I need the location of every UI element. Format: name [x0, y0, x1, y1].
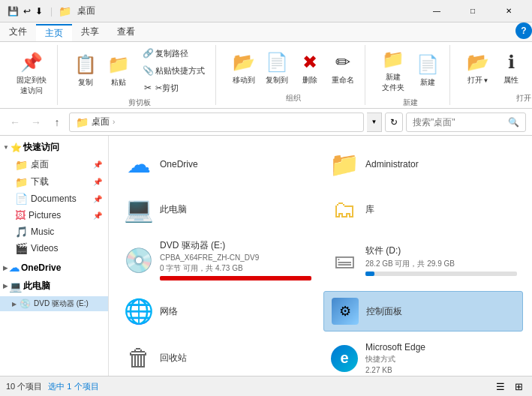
address-dropdown[interactable]: ▼ [367, 112, 382, 132]
documents-label: Documents [31, 194, 77, 204]
recycle-file-name: 回收站 [160, 352, 311, 364]
refresh-button[interactable]: ↻ [385, 112, 403, 132]
quickaccess-star-icon: ⭐ [11, 142, 22, 153]
organize-label: 组织 [286, 92, 301, 105]
tab-share[interactable]: 共享 [72, 22, 108, 41]
close-button[interactable]: ✕ [491, 0, 526, 22]
moveto-button[interactable]: 📂 移动到 [228, 48, 260, 88]
file-item-onedrive[interactable]: ☁ OneDrive [118, 145, 317, 184]
back-button[interactable]: ← [6, 113, 24, 131]
minimize-button[interactable]: — [419, 0, 454, 22]
grid-view-button[interactable]: ⊞ [511, 380, 526, 394]
sidebar-item-music[interactable]: 🎵 Music [0, 224, 108, 240]
search-box: 🔍 [406, 112, 526, 132]
thispc-label: 此电脑 [23, 280, 50, 292]
sidebar-item-pictures[interactable]: 🖼 Pictures 📌 [0, 207, 108, 224]
forward-button[interactable]: → [27, 113, 45, 131]
open-button[interactable]: 📂 打开 ▼ [462, 48, 494, 88]
ribbon-open-items: 📂 打开 ▼ ℹ 属性 ✏ 编辑 🕐 历史记录 [462, 45, 532, 92]
file-item-dvd[interactable]: 💿 DVD 驱动器 (E:) CPBA_X64FRE_ZH-CN_DV9 0 字… [118, 235, 317, 285]
music-icon: 🎵 [15, 226, 28, 238]
quickaccess-chevron: ▼ [3, 144, 9, 151]
up-button[interactable]: ↑ [48, 113, 66, 131]
ribbon-group-open: 📂 打开 ▼ ℹ 属性 ✏ 编辑 🕐 历史记录 [456, 45, 532, 105]
copyto-button[interactable]: 📄 复制到 [261, 48, 293, 88]
sidebar-section-thispc[interactable]: ▶ 💻 此电脑 [0, 278, 108, 295]
sidebar-item-videos[interactable]: 🎬 Videos [0, 240, 108, 256]
maximize-button[interactable]: □ [455, 0, 490, 22]
address-bar: ← → ↑ 📁 桌面 › ▼ ↻ 🔍 [0, 109, 532, 136]
file-item-edge[interactable]: e Microsoft Edge 快捷方式 2.27 KB [323, 338, 523, 376]
help-button[interactable]: ? [515, 22, 532, 39]
open-icon: 📂 [467, 51, 489, 74]
dvd-label: DVD 驱动器 (E:) [34, 298, 89, 309]
dvd-file-info: DVD 驱动器 (E:) CPBA_X64FRE_ZH-CN_DV9 0 字节 … [160, 239, 311, 280]
tab-home[interactable]: 主页 [36, 24, 72, 41]
file-item-administrator[interactable]: 📁 Administrator [323, 145, 523, 184]
file-item-library[interactable]: 🗂 库 [323, 190, 523, 229]
documents-pin-icon: 📌 [93, 195, 102, 203]
edge-file-info: Microsoft Edge 快捷方式 2.27 KB [365, 342, 517, 374]
address-path[interactable]: 📁 桌面 › [69, 112, 364, 132]
control-panel-file-info: 控制面板 [366, 305, 516, 318]
search-icon[interactable]: 🔍 [508, 117, 519, 128]
edge-file-size: 2.27 KB [365, 366, 517, 374]
title-text: 桌面 [77, 4, 95, 17]
search-input[interactable] [413, 117, 505, 128]
administrator-file-info: Administrator [365, 159, 517, 170]
list-view-button[interactable]: ☰ [493, 380, 508, 394]
properties-label: 属性 [503, 75, 518, 86]
thispc-file-info: 此电脑 [160, 203, 311, 216]
pictures-label: Pictures [29, 210, 61, 220]
edge-file-type: 快捷方式 [365, 354, 517, 364]
title-controls: — □ ✕ [419, 0, 526, 22]
sidebar-section-quickaccess[interactable]: ▼ ⭐ 快速访问 [0, 139, 108, 156]
file-item-software-d[interactable]: 🖴 软件 (D:) 28.2 GB 可用，共 29.9 GB [323, 235, 523, 285]
file-item-recycle[interactable]: 🗑 回收站 [118, 338, 317, 376]
dvd-progress-bar [160, 276, 311, 280]
title-toolbar-icon2[interactable]: ↩ [22, 4, 32, 18]
recycle-file-icon: 🗑 [124, 344, 154, 374]
ribbon-content: 📌 固定到快速访问 📋 复制 📁 粘贴 [0, 42, 532, 108]
desktop-folder-icon: 📁 [15, 159, 28, 171]
cut-icon: ✂ [142, 82, 154, 94]
file-item-control-panel[interactable]: ⚙ 控制面板 [323, 291, 523, 332]
dvd-file-icon: 💿 [124, 245, 154, 275]
sidebar-section-onedrive[interactable]: ▶ ☁ OneDrive [0, 260, 108, 276]
sidebar-item-dvd[interactable]: ▶ 💿 DVD 驱动器 (E:) [0, 296, 108, 311]
file-item-network[interactable]: 🌐 网络 [118, 291, 317, 332]
sidebar-item-desktop[interactable]: 📁 桌面 📌 [0, 156, 108, 173]
open-label: 打开 ▼ [467, 75, 489, 86]
paste-button[interactable]: 📁 粘贴 [103, 50, 134, 91]
software-d-file-info: 软件 (D:) 28.2 GB 可用，共 29.9 GB [365, 244, 517, 276]
address-path-text: 桌面 [92, 116, 110, 128]
status-bar-right: ☰ ⊞ [493, 380, 526, 394]
dvd-drive-icon: 💿 [20, 298, 31, 309]
copypath-button[interactable]: 🔗 复制路径 [137, 45, 209, 62]
new-item-label: 新建 [420, 77, 435, 88]
new-label: 新建 [403, 96, 418, 110]
paste-shortcut-icon: 📎 [142, 64, 154, 76]
administrator-file-name: Administrator [365, 159, 517, 170]
copy-button[interactable]: 📋 复制 [70, 50, 101, 91]
rename-button[interactable]: ✏ 重命名 [327, 48, 359, 88]
new-item-button[interactable]: 📄 新建 [412, 50, 443, 91]
sidebar-item-downloads[interactable]: 📁 下载 📌 [0, 173, 108, 190]
title-toolbar-icon1[interactable]: 💾 [6, 4, 20, 18]
cut-button[interactable]: ✂ ✂剪切 [137, 80, 209, 96]
pin-to-quickaccess-button[interactable]: 📌 固定到快速访问 [12, 48, 51, 99]
sidebar-item-documents[interactable]: 📄 Documents 📌 [0, 190, 108, 207]
tab-file[interactable]: 文件 [0, 22, 36, 41]
delete-button[interactable]: ✖ 删除 [294, 48, 326, 88]
pin-label: 固定到快速访问 [17, 75, 47, 96]
new-folder-button[interactable]: 📁 新建文件夹 [377, 45, 409, 96]
file-item-thispc[interactable]: 💻 此电脑 [118, 190, 317, 229]
downloads-label: 下载 [31, 176, 49, 188]
tab-view[interactable]: 查看 [108, 22, 144, 41]
title-toolbar-icon3[interactable]: ⬇ [34, 4, 44, 18]
downloads-pin-icon: 📌 [93, 178, 102, 186]
properties-icon: ℹ [500, 51, 522, 74]
pin-icon: 📌 [20, 51, 43, 74]
properties-button[interactable]: ℹ 属性 [495, 48, 527, 88]
paste-shortcut-button[interactable]: 📎 粘贴快捷方式 [137, 62, 209, 79]
